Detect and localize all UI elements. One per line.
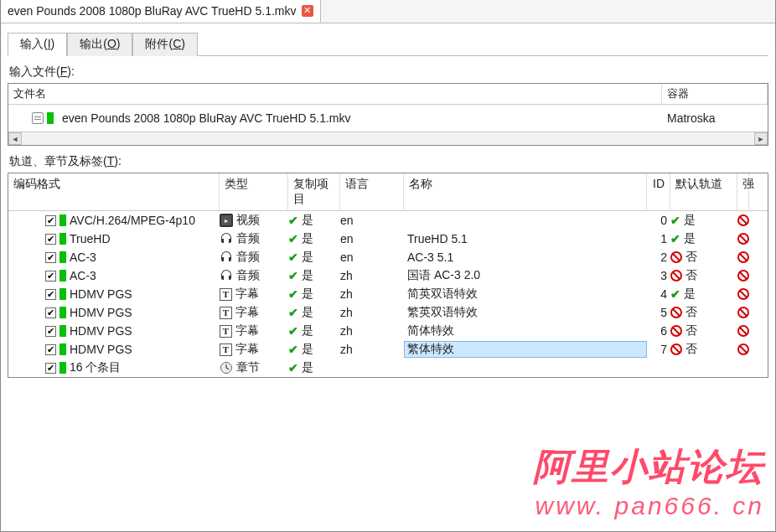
subtitle-icon: T: [220, 325, 232, 338]
id-label: 4: [660, 287, 667, 301]
subtitle-icon: T: [220, 343, 232, 356]
file-name: even Pounds 2008 1080p BluRay AVC TrueHD…: [59, 111, 662, 125]
forbid-icon: [670, 307, 682, 318]
type-label: 音频: [236, 231, 260, 246]
col-name[interactable]: 名称: [404, 173, 647, 210]
name-label: 繁体特效: [407, 342, 454, 357]
codec-label: AC-3: [70, 269, 96, 282]
col-copy[interactable]: 复制项目: [288, 173, 340, 210]
input-files-list: 文件名 容器 even Pounds 2008 1080p BluRay AVC…: [8, 83, 768, 146]
id-label: 0: [660, 214, 667, 227]
col-default[interactable]: 默认轨道: [670, 173, 737, 210]
lang-label: zh: [340, 324, 353, 338]
track-checkbox[interactable]: ✔: [45, 363, 56, 374]
input-files-label: 输入文件(F):: [9, 65, 768, 80]
status-mark-icon: [59, 233, 66, 245]
col-codec[interactable]: 编码格式: [8, 173, 220, 210]
status-mark-icon: [59, 325, 66, 337]
name-label: 简英双语特效: [407, 287, 478, 302]
track-row[interactable]: ✔16 个条目章节✔ 是: [8, 359, 768, 377]
file-row[interactable]: even Pounds 2008 1080p BluRay AVC TrueHD…: [8, 108, 768, 128]
tab-output[interactable]: 输出(O): [67, 33, 132, 56]
track-row[interactable]: ✔AC-3音频✔ 是enAC-3 5.12 否: [8, 248, 768, 266]
check-icon: ✔: [670, 232, 680, 245]
lang-label: zh: [340, 343, 353, 356]
track-row[interactable]: ✔HDMV PGST字幕✔ 是zh繁体特效7 否: [8, 340, 768, 359]
type-label: 字幕: [235, 305, 259, 320]
id-label: 7: [660, 343, 667, 356]
forbid-icon: [737, 251, 749, 263]
col-container[interactable]: 容器: [662, 84, 768, 104]
codec-label: HDMV PGS: [70, 343, 132, 356]
scroll-left-icon[interactable]: ◄: [8, 132, 22, 145]
forbid-icon: [670, 343, 682, 355]
headphones-icon: [220, 251, 233, 264]
check-icon: ✔: [670, 214, 680, 227]
horizontal-scrollbar[interactable]: ◄ ►: [8, 132, 768, 145]
status-mark-icon: [59, 270, 66, 281]
track-checkbox[interactable]: ✔: [45, 234, 56, 245]
file-tab-title: even Pounds 2008 1080p BluRay AVC TrueHD…: [8, 4, 297, 18]
codec-label: 16 个条目: [70, 360, 121, 375]
codec-label: HDMV PGS: [70, 306, 132, 319]
id-label: 1: [660, 232, 667, 245]
codec-label: AVC/H.264/MPEG-4p10: [70, 214, 195, 227]
id-label: 3: [660, 269, 667, 282]
status-mark-icon: [59, 214, 66, 226]
lang-label: zh: [340, 287, 353, 301]
check-icon: ✔: [288, 343, 298, 356]
check-icon: ✔: [288, 324, 298, 338]
lang-label: en: [340, 251, 354, 264]
track-row[interactable]: ✔HDMV PGST字幕✔ 是zh简英双语特效4✔ 是: [8, 285, 768, 303]
close-icon[interactable]: ✕: [302, 5, 313, 17]
forbid-icon: [670, 251, 682, 263]
track-row[interactable]: ✔AC-3音频✔ 是zh国语 AC-3 2.03 否: [8, 266, 768, 285]
id-label: 2: [660, 251, 667, 264]
track-checkbox[interactable]: ✔: [45, 252, 56, 263]
name-label: 繁英双语特效: [407, 305, 478, 320]
name-label: 简体特效: [407, 323, 454, 338]
type-label: 字幕: [235, 287, 259, 302]
check-icon: ✔: [288, 287, 298, 301]
col-forced[interactable]: 强: [737, 173, 749, 210]
track-checkbox[interactable]: ✔: [45, 307, 56, 318]
file-tab[interactable]: even Pounds 2008 1080p BluRay AVC TrueHD…: [1, 0, 321, 23]
track-checkbox[interactable]: ✔: [45, 289, 56, 300]
codec-label: TrueHD: [70, 232, 111, 245]
status-mark-icon: [59, 251, 66, 263]
track-row[interactable]: ✔HDMV PGST字幕✔ 是zh繁英双语特效5 否: [8, 303, 768, 322]
tab-input[interactable]: 输入(I): [8, 33, 67, 56]
forbid-icon: [670, 325, 682, 337]
check-icon: ✔: [288, 306, 298, 319]
forbid-icon: [737, 214, 749, 226]
subtitle-icon: T: [220, 288, 232, 301]
status-mark-icon: [59, 362, 66, 374]
forbid-icon: [737, 325, 749, 337]
codec-label: AC-3: [70, 251, 96, 264]
type-label: 字幕: [235, 342, 259, 357]
col-type[interactable]: 类型: [220, 173, 288, 210]
tab-attachments[interactable]: 附件(C): [132, 33, 197, 56]
col-lang[interactable]: 语言: [340, 173, 404, 210]
file-container: Matroska: [662, 111, 768, 125]
file-tab-bar: even Pounds 2008 1080p BluRay AVC TrueHD…: [1, 0, 775, 23]
col-id[interactable]: ID: [647, 173, 670, 210]
scroll-right-icon[interactable]: ►: [754, 132, 768, 145]
type-label: 字幕: [235, 323, 259, 338]
status-mark-icon: [47, 112, 54, 124]
lang-label: zh: [340, 269, 353, 282]
track-checkbox[interactable]: ✔: [45, 215, 56, 226]
headphones-icon: [220, 232, 233, 245]
name-label: AC-3 5.1: [407, 251, 453, 264]
track-checkbox[interactable]: ✔: [45, 344, 56, 355]
video-icon: [220, 214, 233, 227]
track-row[interactable]: ✔TrueHD音频✔ 是enTrueHD 5.11✔ 是: [8, 230, 768, 248]
col-filename[interactable]: 文件名: [8, 84, 662, 104]
track-checkbox[interactable]: ✔: [45, 271, 56, 281]
check-icon: ✔: [288, 214, 298, 227]
track-row[interactable]: ✔HDMV PGST字幕✔ 是zh简体特效6 否: [8, 322, 768, 340]
track-checkbox[interactable]: ✔: [45, 326, 56, 337]
track-row[interactable]: ✔AVC/H.264/MPEG-4p10视频✔ 是en0✔ 是: [8, 211, 768, 230]
lang-label: en: [340, 214, 354, 227]
codec-label: HDMV PGS: [70, 324, 132, 338]
